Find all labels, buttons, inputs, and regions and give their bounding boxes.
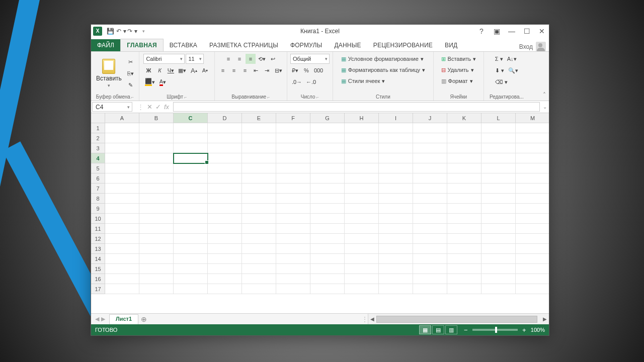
cell[interactable] — [276, 123, 310, 133]
cell[interactable] — [447, 123, 481, 133]
cell[interactable] — [481, 214, 516, 224]
view-page-layout-button[interactable]: ▤ — [432, 325, 444, 334]
prev-sheet-button[interactable]: ◀ — [95, 316, 99, 322]
cell[interactable] — [310, 274, 345, 284]
cell[interactable] — [447, 214, 481, 224]
cell[interactable] — [276, 163, 310, 173]
cell[interactable] — [345, 254, 379, 264]
cell[interactable] — [208, 234, 242, 244]
cell[interactable] — [174, 244, 208, 254]
cell[interactable] — [105, 184, 139, 194]
cell[interactable] — [208, 254, 242, 264]
cell[interactable] — [481, 123, 516, 133]
autosum-button[interactable]: Σ ▾ — [494, 54, 505, 64]
cell[interactable] — [516, 264, 549, 274]
cell[interactable] — [139, 224, 174, 234]
cell[interactable] — [413, 153, 447, 163]
wrap-text-button[interactable]: ↩ — [268, 54, 278, 64]
enter-formula-button[interactable]: ✓ — [155, 103, 161, 111]
view-normal-button[interactable]: ▦ — [419, 325, 431, 334]
tab-insert[interactable]: ВСТАВКА — [164, 39, 203, 52]
cell[interactable] — [139, 274, 174, 284]
format-as-table-button[interactable]: ▦Форматировать как таблицу ▾ — [340, 65, 427, 75]
cell[interactable] — [208, 284, 242, 294]
cell[interactable] — [413, 133, 447, 143]
cell[interactable] — [481, 204, 516, 214]
tab-file[interactable]: ФАЙЛ — [91, 39, 120, 52]
cell[interactable] — [379, 163, 413, 173]
cell[interactable] — [139, 163, 174, 173]
cell[interactable] — [276, 244, 310, 254]
find-select-button[interactable]: 🔍▾ — [507, 65, 520, 75]
cell[interactable] — [174, 173, 208, 184]
cell[interactable] — [105, 133, 139, 143]
cell[interactable] — [276, 254, 310, 264]
row-header[interactable]: 4 — [91, 153, 105, 163]
cell[interactable] — [105, 214, 139, 224]
cell[interactable] — [345, 284, 379, 294]
increase-decimal-button[interactable]: .0→ — [290, 77, 303, 87]
cell[interactable] — [516, 133, 549, 143]
cell[interactable] — [139, 143, 174, 153]
cell[interactable] — [208, 214, 242, 224]
cell[interactable] — [310, 184, 345, 194]
cell[interactable] — [242, 123, 276, 133]
ribbon-display-button[interactable]: ▣ — [492, 27, 502, 35]
cell[interactable] — [481, 133, 516, 143]
alignment-dialog-launcher[interactable]: ⌐ — [267, 95, 270, 100]
row-header[interactable]: 5 — [91, 163, 105, 173]
row-header[interactable]: 7 — [91, 184, 105, 194]
cell[interactable] — [242, 214, 276, 224]
tab-formulas[interactable]: ФОРМУЛЫ — [284, 39, 328, 52]
cell[interactable] — [481, 194, 516, 204]
cell[interactable] — [413, 284, 447, 294]
column-header[interactable]: B — [139, 113, 174, 123]
number-dialog-launcher[interactable]: ⌐ — [316, 95, 319, 100]
cell[interactable] — [174, 163, 208, 173]
cell[interactable] — [447, 244, 481, 254]
cell[interactable] — [379, 244, 413, 254]
cell[interactable] — [208, 163, 242, 173]
hscroll-thumb[interactable] — [376, 316, 537, 323]
cell[interactable] — [345, 244, 379, 254]
clear-button[interactable]: ⌫ ▾ — [494, 77, 509, 87]
close-button[interactable]: ✕ — [537, 27, 547, 35]
cell[interactable] — [345, 214, 379, 224]
cell[interactable] — [139, 264, 174, 274]
collapse-ribbon-button[interactable]: ˄ — [543, 92, 546, 99]
tab-home[interactable]: ГЛАВНАЯ — [120, 39, 164, 52]
column-header[interactable]: H — [345, 113, 379, 123]
cell[interactable] — [447, 284, 481, 294]
cell[interactable] — [174, 204, 208, 214]
align-center-button[interactable]: ≡ — [229, 65, 239, 75]
fill-button[interactable]: ⬇ ▾ — [494, 65, 506, 75]
cell[interactable] — [379, 133, 413, 143]
cell[interactable] — [481, 184, 516, 194]
decrease-indent-button[interactable]: ⇤ — [251, 65, 261, 75]
cell[interactable] — [208, 133, 242, 143]
maximize-button[interactable]: ☐ — [522, 27, 532, 35]
cell[interactable] — [447, 173, 481, 184]
cell[interactable] — [276, 264, 310, 274]
view-page-break-button[interactable]: ▥ — [445, 325, 457, 334]
cell[interactable] — [345, 153, 379, 163]
select-all-button[interactable] — [91, 113, 105, 123]
merge-center-button[interactable]: ⊟▾ — [273, 65, 284, 75]
zoom-in-button[interactable]: + — [521, 326, 528, 334]
cell[interactable] — [310, 123, 345, 133]
cell[interactable] — [174, 123, 208, 133]
cell[interactable] — [174, 143, 208, 153]
row-header[interactable]: 15 — [91, 264, 105, 274]
sort-filter-button[interactable]: A↓▾ — [506, 54, 518, 64]
cell[interactable] — [413, 224, 447, 234]
cell[interactable] — [481, 153, 516, 163]
cell[interactable] — [481, 173, 516, 184]
borders-button[interactable]: ▦▾ — [177, 65, 188, 75]
cell[interactable] — [208, 274, 242, 284]
cell[interactable] — [105, 254, 139, 264]
cell[interactable] — [208, 204, 242, 214]
horizontal-scrollbar[interactable]: ◀ ▶ — [368, 314, 549, 324]
column-header[interactable]: A — [105, 113, 139, 123]
cell[interactable] — [276, 133, 310, 143]
add-sheet-button[interactable]: ⊕ — [138, 314, 149, 324]
